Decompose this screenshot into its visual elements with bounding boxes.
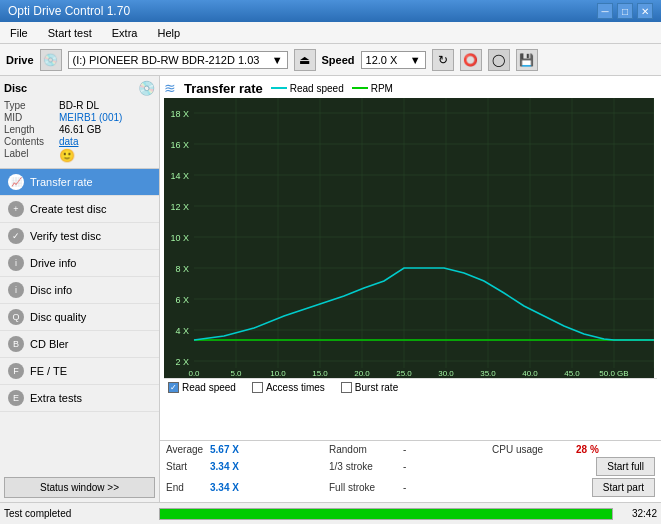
svg-rect-0 bbox=[194, 98, 654, 378]
menu-help[interactable]: Help bbox=[151, 25, 186, 41]
verify-disc-icon: ✓ bbox=[8, 228, 24, 244]
speed-select[interactable]: 12.0 X ▼ bbox=[361, 51, 426, 69]
status-window-button[interactable]: Status window >> bbox=[4, 477, 155, 498]
start-full-cell: Start full bbox=[492, 457, 655, 476]
drive-label: Drive bbox=[6, 54, 34, 66]
menu-start-test[interactable]: Start test bbox=[42, 25, 98, 41]
cb-burst-rate[interactable]: Burst rate bbox=[341, 382, 398, 393]
svg-text:16 X: 16 X bbox=[170, 140, 189, 150]
cb-burst-rate-box[interactable] bbox=[341, 382, 352, 393]
drive-name: (I:) PIONEER BD-RW BDR-212D 1.03 bbox=[73, 54, 260, 66]
svg-text:0.0: 0.0 bbox=[188, 369, 200, 378]
cb-access-times[interactable]: Access times bbox=[252, 382, 325, 393]
progress-bar-fill bbox=[160, 509, 612, 519]
refresh-button[interactable]: ↻ bbox=[432, 49, 454, 71]
nav-transfer-rate-label: Transfer rate bbox=[30, 176, 93, 188]
save-button[interactable]: 💾 bbox=[516, 49, 538, 71]
start-label: Start bbox=[166, 461, 206, 472]
svg-text:20.0: 20.0 bbox=[354, 369, 370, 378]
chart-svg: 18 X 16 X 14 X 12 X 10 X 8 X 6 X 4 X 2 X… bbox=[164, 98, 654, 378]
speed-label: Speed bbox=[322, 54, 355, 66]
minimize-button[interactable]: ─ bbox=[597, 3, 613, 19]
chart-container: ≋ Transfer rate Read speed RPM bbox=[160, 76, 661, 440]
chart-legend: Read speed RPM bbox=[271, 83, 393, 94]
end-label: End bbox=[166, 482, 206, 493]
legend-rpm-label: RPM bbox=[371, 83, 393, 94]
nav-verify-test-disc[interactable]: ✓ Verify test disc bbox=[0, 223, 159, 250]
disc-info-icon: i bbox=[8, 282, 24, 298]
legend-rpm: RPM bbox=[352, 83, 393, 94]
nav-disc-info[interactable]: i Disc info bbox=[0, 277, 159, 304]
random-label: Random bbox=[329, 444, 399, 455]
window-controls: ─ □ ✕ bbox=[597, 3, 653, 19]
disc-section: Disc 💿 Type BD-R DL MID MEIRB1 (001) Len… bbox=[0, 76, 159, 169]
menu-extra[interactable]: Extra bbox=[106, 25, 144, 41]
progress-bar bbox=[159, 508, 613, 520]
legend-read-speed: Read speed bbox=[271, 83, 344, 94]
stats-area: Average 5.67 X Random - CPU usage 28 % S… bbox=[160, 440, 661, 502]
nav-transfer-rate[interactable]: 📈 Transfer rate bbox=[0, 169, 159, 196]
main-area: Disc 💿 Type BD-R DL MID MEIRB1 (001) Len… bbox=[0, 76, 661, 502]
svg-text:2 X: 2 X bbox=[175, 357, 189, 367]
legend-read-speed-label: Read speed bbox=[290, 83, 344, 94]
stroke13-label: 1/3 stroke bbox=[329, 461, 399, 472]
cb-access-times-label: Access times bbox=[266, 382, 325, 393]
svg-text:50.0 GB: 50.0 GB bbox=[599, 369, 628, 378]
nav-extra-tests-label: Extra tests bbox=[30, 392, 82, 404]
checkbox-row: ✓ Read speed Access times Burst rate bbox=[164, 378, 657, 396]
statusbar: Test completed 32:42 bbox=[0, 502, 661, 524]
right-panel: ≋ Transfer rate Read speed RPM bbox=[160, 76, 661, 502]
record-button[interactable]: ⭕ bbox=[460, 49, 482, 71]
eject-button[interactable]: ⏏ bbox=[294, 49, 316, 71]
nav-cd-bler[interactable]: B CD Bler bbox=[0, 331, 159, 358]
nav-verify-test-disc-label: Verify test disc bbox=[30, 230, 101, 242]
nav-cd-bler-label: CD Bler bbox=[30, 338, 69, 350]
rpm-color bbox=[352, 87, 368, 89]
end-cell: End 3.34 X bbox=[166, 482, 329, 493]
start-value: 3.34 X bbox=[210, 461, 245, 472]
drive-select[interactable]: (I:) PIONEER BD-RW BDR-212D 1.03 ▼ bbox=[68, 51, 288, 69]
svg-text:6 X: 6 X bbox=[175, 295, 189, 305]
nav-menu: 📈 Transfer rate + Create test disc ✓ Ver… bbox=[0, 169, 159, 473]
toolbar: Drive 💿 (I:) PIONEER BD-RW BDR-212D 1.03… bbox=[0, 44, 661, 76]
nav-extra-tests[interactable]: E Extra tests bbox=[0, 385, 159, 412]
disc-info-table: Type BD-R DL MID MEIRB1 (001) Length 46.… bbox=[4, 100, 155, 163]
nav-disc-quality[interactable]: Q Disc quality bbox=[0, 304, 159, 331]
nav-drive-info[interactable]: i Drive info bbox=[0, 250, 159, 277]
disc-type-row: Type BD-R DL bbox=[4, 100, 155, 111]
disc-quality-icon: Q bbox=[8, 309, 24, 325]
left-panel: Disc 💿 Type BD-R DL MID MEIRB1 (001) Len… bbox=[0, 76, 160, 502]
stats-row-1: Average 5.67 X Random - CPU usage 28 % bbox=[166, 444, 655, 455]
status-text: Test completed bbox=[4, 508, 155, 519]
start-full-button[interactable]: Start full bbox=[596, 457, 655, 476]
maximize-button[interactable]: □ bbox=[617, 3, 633, 19]
start-part-button[interactable]: Start part bbox=[592, 478, 655, 497]
stroke13-cell: 1/3 stroke - bbox=[329, 461, 492, 472]
disc-contents-row: Contents data bbox=[4, 136, 155, 147]
average-value: 5.67 X bbox=[210, 444, 245, 455]
start-cell: Start 3.34 X bbox=[166, 461, 329, 472]
nav-drive-info-label: Drive info bbox=[30, 257, 76, 269]
cpu-label: CPU usage bbox=[492, 444, 572, 455]
svg-text:10 X: 10 X bbox=[170, 233, 189, 243]
nav-create-test-disc[interactable]: + Create test disc bbox=[0, 196, 159, 223]
end-value: 3.34 X bbox=[210, 482, 245, 493]
nav-disc-quality-label: Disc quality bbox=[30, 311, 86, 323]
stats-row-2: Start 3.34 X 1/3 stroke - Start full bbox=[166, 457, 655, 476]
svg-text:25.0: 25.0 bbox=[396, 369, 412, 378]
cb-access-times-box[interactable] bbox=[252, 382, 263, 393]
average-cell: Average 5.67 X bbox=[166, 444, 329, 455]
full-stroke-label: Full stroke bbox=[329, 482, 399, 493]
chart-title: Transfer rate bbox=[184, 81, 263, 96]
svg-text:40.0: 40.0 bbox=[522, 369, 538, 378]
nav-fe-te[interactable]: F FE / TE bbox=[0, 358, 159, 385]
menu-file[interactable]: File bbox=[4, 25, 34, 41]
titlebar: Opti Drive Control 1.70 ─ □ ✕ bbox=[0, 0, 661, 22]
close-button[interactable]: ✕ bbox=[637, 3, 653, 19]
cb-read-speed-box[interactable]: ✓ bbox=[168, 382, 179, 393]
cb-read-speed[interactable]: ✓ Read speed bbox=[168, 382, 236, 393]
stroke13-value: - bbox=[403, 461, 423, 472]
disc-title: Disc bbox=[4, 82, 27, 94]
erase-button[interactable]: ◯ bbox=[488, 49, 510, 71]
cpu-cell: CPU usage 28 % bbox=[492, 444, 655, 455]
